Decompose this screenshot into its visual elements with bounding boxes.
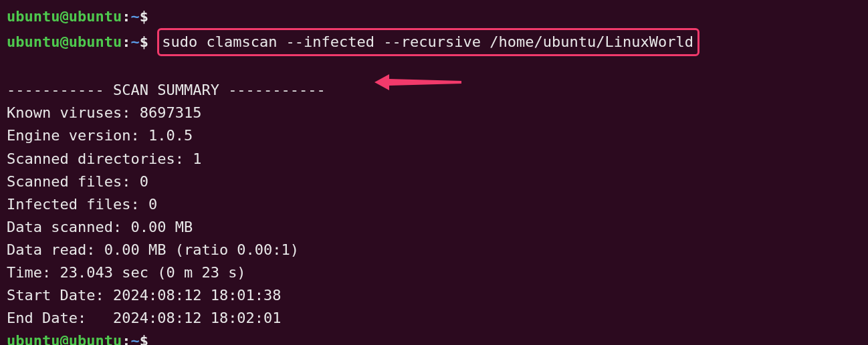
summary-line: Infected files: 0 (7, 193, 861, 216)
summary-line: Scanned directories: 1 (7, 148, 861, 170)
prompt-colon: : (122, 332, 130, 345)
command-highlight-box: sudo clamscan --infected --recursive /ho… (157, 28, 699, 56)
prompt-colon: : (122, 33, 130, 50)
blank-line (7, 56, 861, 79)
prompt-symbol: $ (140, 332, 148, 345)
prompt-colon: : (122, 8, 130, 25)
summary-line: Time: 23.043 sec (0 m 23 s) (7, 261, 861, 284)
prompt-path: ~ (130, 33, 139, 50)
prompt-user: ubuntu@ubuntu (7, 8, 122, 25)
prompt-user: ubuntu@ubuntu (7, 332, 122, 345)
summary-line: Data read: 0.00 MB (ratio 0.00:1) (7, 239, 861, 261)
summary-line: Known viruses: 8697315 (7, 102, 861, 124)
summary-line: End Date: 2024:08:12 18:02:01 (7, 307, 861, 330)
scan-summary-header: ----------- SCAN SUMMARY ----------- (7, 79, 861, 102)
prompt-line-final[interactable]: ubuntu@ubuntu:~$ (7, 330, 861, 345)
prompt-path: ~ (130, 8, 139, 25)
summary-line: Data scanned: 0.00 MB (7, 216, 861, 239)
prompt-symbol: $ (140, 8, 148, 25)
prompt-user: ubuntu@ubuntu (7, 33, 122, 50)
summary-line: Start Date: 2024:08:12 18:01:38 (7, 284, 861, 307)
prompt-symbol: $ (140, 33, 148, 50)
command-text: sudo clamscan --infected --recursive /ho… (162, 33, 693, 50)
prompt-line-empty: ubuntu@ubuntu:~$ (7, 5, 861, 28)
prompt-path: ~ (130, 332, 139, 345)
summary-line: Scanned files: 0 (7, 170, 861, 193)
summary-line: Engine version: 1.0.5 (7, 124, 861, 147)
prompt-line-command[interactable]: ubuntu@ubuntu:~$ sudo clamscan --infecte… (7, 28, 861, 56)
